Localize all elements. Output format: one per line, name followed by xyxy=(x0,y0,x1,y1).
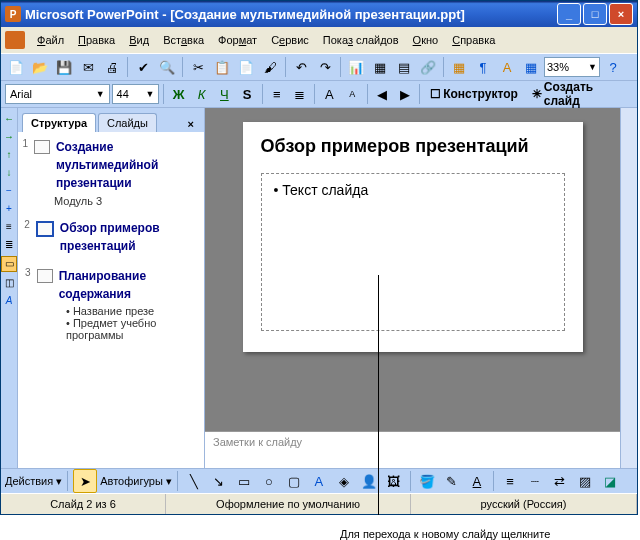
wordart-icon[interactable]: A xyxy=(308,470,330,492)
decrease-font-icon[interactable]: A xyxy=(342,83,363,105)
menu-edit[interactable]: Правка xyxy=(72,32,121,48)
designer-button[interactable]: ☐ Конструктор xyxy=(424,85,524,103)
decrease-indent-icon[interactable]: ◀ xyxy=(372,83,393,105)
bullet[interactable]: • Предмет учебно программы xyxy=(66,317,200,341)
shadow-icon[interactable]: S xyxy=(237,83,258,105)
close-pane-icon[interactable]: × xyxy=(182,116,200,132)
movedown-icon[interactable]: ↓ xyxy=(2,166,16,180)
oval-icon[interactable]: ○ xyxy=(258,470,280,492)
menu-tools[interactable]: Сервис xyxy=(265,32,315,48)
bullets-icon[interactable]: ≣ xyxy=(289,83,310,105)
menu-bar: Файл Правка Вид Вставка Формат Сервис По… xyxy=(1,27,637,53)
fontcolor-icon[interactable]: A xyxy=(466,470,488,492)
zoom-combo[interactable]: 33%▼ xyxy=(544,57,600,77)
increase-font-icon[interactable]: A xyxy=(319,83,340,105)
outline-item[interactable]: 2 Обзор примеров презентаций xyxy=(22,219,200,255)
actions-menu[interactable]: Действия ▾ xyxy=(5,475,62,488)
maximize-button[interactable]: □ xyxy=(583,3,607,25)
vertical-scrollbar[interactable] xyxy=(620,108,637,468)
standard-toolbar: 📄 📂 💾 ✉ 🖨 ✔ 🔍 ✂ 📋 📄 🖌 ↶ ↷ 📊 ▦ ▤ 🔗 ▦ ¶ A … xyxy=(1,53,637,81)
collapse-icon[interactable]: − xyxy=(2,184,16,198)
menu-view[interactable]: Вид xyxy=(123,32,155,48)
menu-window[interactable]: Окно xyxy=(407,32,445,48)
format-painter-icon[interactable]: 🖌 xyxy=(259,56,281,78)
tables-icon[interactable]: ▤ xyxy=(393,56,415,78)
bold-icon[interactable]: Ж xyxy=(168,83,189,105)
research-icon[interactable]: 🔍 xyxy=(156,56,178,78)
linecolor-icon[interactable]: ✎ xyxy=(441,470,463,492)
print-icon[interactable]: 🖨 xyxy=(101,56,123,78)
slide-subtitle-1[interactable]: Модуль 3 xyxy=(54,194,200,209)
line-icon[interactable]: ╲ xyxy=(183,470,205,492)
linestyle-icon[interactable]: ≡ xyxy=(499,470,521,492)
diagram-icon[interactable]: ◈ xyxy=(333,470,355,492)
collapseall-icon[interactable]: ≡ xyxy=(2,220,16,234)
notes-pane[interactable]: Заметки к слайду xyxy=(205,431,620,468)
showformat-icon[interactable]: A xyxy=(2,294,16,308)
summary-icon[interactable]: ▭ xyxy=(1,256,17,272)
color-icon[interactable]: A xyxy=(496,56,518,78)
slide-title-1[interactable]: Создание мультимедийной презентации xyxy=(56,138,200,192)
italic-icon[interactable]: К xyxy=(191,83,212,105)
slide-canvas[interactable]: Обзор примеров презентаций • Текст слайд… xyxy=(243,122,583,352)
save-icon[interactable]: 💾 xyxy=(53,56,75,78)
expand-icon2[interactable]: + xyxy=(2,202,16,216)
new-slide-button[interactable]: ✳ Создать слайд xyxy=(526,78,633,110)
3d-icon[interactable]: ◪ xyxy=(599,470,621,492)
expand-icon[interactable]: ▦ xyxy=(448,56,470,78)
spell-icon[interactable]: ✔ xyxy=(132,56,154,78)
close-button[interactable]: × xyxy=(609,3,633,25)
outline-item[interactable]: 1 Создание мультимедийной презентации xyxy=(22,138,200,192)
promote-icon[interactable]: ← xyxy=(2,112,16,126)
menu-help[interactable]: Справка xyxy=(446,32,501,48)
increase-indent-icon[interactable]: ▶ xyxy=(394,83,415,105)
tab-slides[interactable]: Слайды xyxy=(98,113,157,132)
undo-icon[interactable]: ↶ xyxy=(290,56,312,78)
paste-icon[interactable]: 📄 xyxy=(235,56,257,78)
textbox-icon[interactable]: ▢ xyxy=(283,470,305,492)
shadow-icon2[interactable]: ▨ xyxy=(574,470,596,492)
menu-insert[interactable]: Вставка xyxy=(157,32,210,48)
table-icon[interactable]: ▦ xyxy=(369,56,391,78)
slide-title-2[interactable]: Обзор примеров презентаций xyxy=(60,219,200,255)
hyperlink-icon[interactable]: 🔗 xyxy=(417,56,439,78)
select-icon[interactable]: ➤ xyxy=(73,469,97,493)
format-icon[interactable]: ◫ xyxy=(2,276,16,290)
cut-icon[interactable]: ✂ xyxy=(187,56,209,78)
fill-icon[interactable]: 🪣 xyxy=(416,470,438,492)
menu-file[interactable]: Файл xyxy=(31,32,70,48)
slide-icon xyxy=(37,269,53,283)
expandall-icon[interactable]: ≣ xyxy=(2,238,16,252)
grid-icon[interactable]: ▦ xyxy=(520,56,542,78)
demote-icon[interactable]: → xyxy=(2,130,16,144)
rect-icon[interactable]: ▭ xyxy=(233,470,255,492)
dashstyle-icon[interactable]: ┈ xyxy=(524,470,546,492)
clipart-icon[interactable]: 👤 xyxy=(358,470,380,492)
arrowstyle-icon[interactable]: ⇄ xyxy=(549,470,571,492)
slide-title-3[interactable]: Планирование содержания xyxy=(59,267,200,303)
slide-title-text[interactable]: Обзор примеров презентаций xyxy=(261,136,565,157)
numbering-icon[interactable]: ≡ xyxy=(266,83,287,105)
menu-slideshow[interactable]: Показ слайдов xyxy=(317,32,405,48)
chart-icon[interactable]: 📊 xyxy=(345,56,367,78)
underline-icon[interactable]: Ч xyxy=(214,83,235,105)
email-icon[interactable]: ✉ xyxy=(77,56,99,78)
size-combo[interactable]: 44▼ xyxy=(112,84,160,104)
arrow-icon[interactable]: ↘ xyxy=(208,470,230,492)
outline-item[interactable]: 3 Планирование содержания xyxy=(22,267,200,303)
slide-body-placeholder[interactable]: • Текст слайда xyxy=(261,173,565,331)
font-combo[interactable]: Arial▼ xyxy=(5,84,110,104)
tab-outline[interactable]: Структура xyxy=(22,113,96,132)
new-icon[interactable]: 📄 xyxy=(5,56,27,78)
open-icon[interactable]: 📂 xyxy=(29,56,51,78)
bullet[interactable]: • Название презе xyxy=(66,305,200,317)
redo-icon[interactable]: ↷ xyxy=(314,56,336,78)
moveup-icon[interactable]: ↑ xyxy=(2,148,16,162)
show-format-icon[interactable]: ¶ xyxy=(472,56,494,78)
help-icon[interactable]: ? xyxy=(602,56,624,78)
copy-icon[interactable]: 📋 xyxy=(211,56,233,78)
menu-format[interactable]: Формат xyxy=(212,32,263,48)
picture-icon[interactable]: 🖼 xyxy=(383,470,405,492)
autoshapes-menu[interactable]: Автофигуры ▾ xyxy=(100,475,172,488)
minimize-button[interactable]: _ xyxy=(557,3,581,25)
